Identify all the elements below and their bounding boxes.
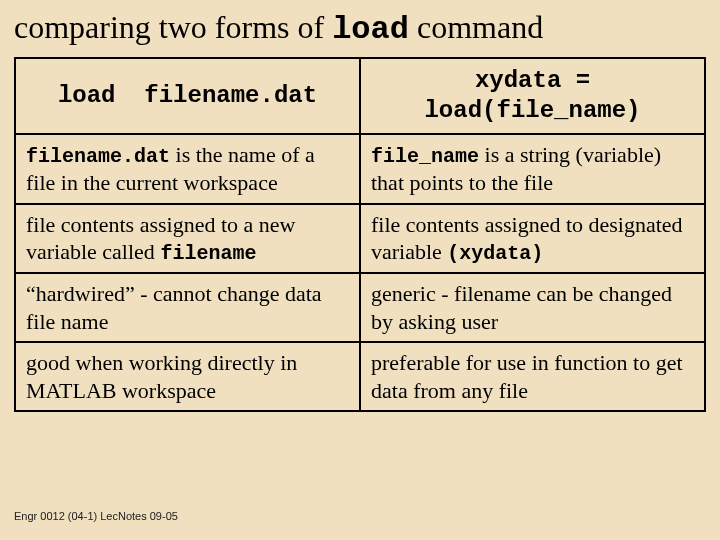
header-right: xydata = load(file_name) xyxy=(360,58,705,134)
title-pre: comparing two forms of xyxy=(14,9,332,45)
table-row: “hardwired” - cannot change data file na… xyxy=(15,273,705,342)
slide: comparing two forms of load command load… xyxy=(0,0,720,540)
title-post: command xyxy=(409,9,543,45)
hdr-right-line2: load(file_name) xyxy=(424,97,640,124)
cell-right-2: generic - filename can be changed by ask… xyxy=(360,273,705,342)
cell-left-3: good when working directly in MATLAB wor… xyxy=(15,342,360,411)
title-code: load xyxy=(332,11,409,48)
table-header-row: load filename.dat xydata = load(file_nam… xyxy=(15,58,705,134)
cell-left-2: “hardwired” - cannot change data file na… xyxy=(15,273,360,342)
cell-left-0: filename.dat is the name of a file in th… xyxy=(15,134,360,204)
cell-right-0: file_name is a string (variable) that po… xyxy=(360,134,705,204)
cell-left-1: file contents assigned to a new variable… xyxy=(15,204,360,274)
cell-left-0-code: filename.dat xyxy=(26,145,170,168)
table-row: file contents assigned to a new variable… xyxy=(15,204,705,274)
cell-right-0-code: file_name xyxy=(371,145,479,168)
hdr-left-gap xyxy=(115,82,144,109)
page-title: comparing two forms of load command xyxy=(14,10,706,47)
header-left: load filename.dat xyxy=(15,58,360,134)
table-row: good when working directly in MATLAB wor… xyxy=(15,342,705,411)
cell-right-3: preferable for use in function to get da… xyxy=(360,342,705,411)
footer-text: Engr 0012 (04-1) LecNotes 09-05 xyxy=(14,510,178,522)
comparison-table: load filename.dat xydata = load(file_nam… xyxy=(14,57,706,412)
cell-left-1-code: filename xyxy=(160,242,256,265)
hdr-right-line1: xydata = xyxy=(475,67,590,94)
cell-right-1-code: (xydata) xyxy=(447,242,543,265)
hdr-left-load: load xyxy=(58,82,116,109)
table-row: filename.dat is the name of a file in th… xyxy=(15,134,705,204)
hdr-left-filename: filename.dat xyxy=(144,82,317,109)
cell-right-1: file contents assigned to designated var… xyxy=(360,204,705,274)
